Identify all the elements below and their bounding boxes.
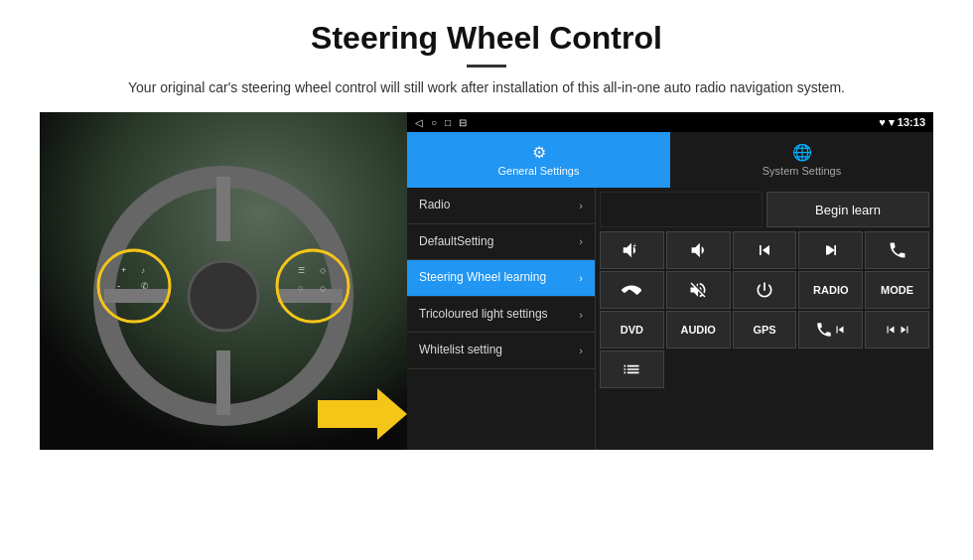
recents-icon: □ <box>445 117 451 128</box>
menu-item-tricoloured[interactable]: Tricoloured light settings › <box>407 297 595 334</box>
svg-text:+: + <box>632 241 636 250</box>
back-icon: ◁ <box>415 117 423 128</box>
tab-general-label: General Settings <box>498 165 580 177</box>
subtitle-text: Your original car's steering wheel contr… <box>40 77 933 98</box>
menu-tricoloured-label: Tricoloured light settings <box>419 307 579 323</box>
list-icon-button[interactable] <box>600 350 664 388</box>
svg-text:◇: ◇ <box>320 284 327 293</box>
begin-learn-row: Begin learn <box>600 192 929 227</box>
begin-learn-button[interactable]: Begin learn <box>766 192 929 227</box>
chevron-right-icon: › <box>579 272 583 284</box>
dvd-button[interactable]: DVD <box>600 311 664 349</box>
menu-steering-label: Steering Wheel learning <box>419 270 579 286</box>
menu-icon: ⊟ <box>459 117 467 128</box>
menu-item-radio[interactable]: Radio › <box>407 188 595 224</box>
radio-button[interactable]: RADIO <box>798 271 863 309</box>
page-header: Steering Wheel Control <box>40 20 933 68</box>
svg-text:○: ○ <box>298 283 303 293</box>
main-area: Radio › DefaultSetting › Steering Wheel … <box>407 188 933 450</box>
hang-up-button[interactable] <box>600 271 664 309</box>
steering-wheel-panel: + ♪ - ✆ ☰ ◇ ○ ◇ <box>40 112 407 450</box>
chevron-right-icon: › <box>579 200 583 211</box>
page-title: Steering Wheel Control <box>40 20 933 57</box>
svg-point-6 <box>189 261 258 331</box>
svg-text:☰: ☰ <box>298 266 305 275</box>
tab-system-label: System Settings <box>763 165 841 177</box>
mute-button[interactable] <box>666 271 731 309</box>
svg-text:♪: ♪ <box>141 266 145 275</box>
status-right: ♥ ▾ 13:13 <box>879 116 925 129</box>
menu-item-steering[interactable]: Steering Wheel learning › <box>407 260 595 297</box>
tab-system-settings[interactable]: 🌐 System Settings <box>670 132 933 188</box>
control-row-4 <box>600 350 929 388</box>
tab-general-settings[interactable]: ⚙ General Settings <box>407 132 670 188</box>
menu-item-whitelist[interactable]: Whitelist setting › <box>407 333 595 369</box>
content-row: + ♪ - ✆ ☰ ◇ ○ ◇ ◁ ○ <box>40 112 933 450</box>
power-button[interactable] <box>733 271 797 309</box>
volume-up-button[interactable]: + <box>600 231 664 269</box>
control-row-3: DVD AUDIO GPS <box>600 311 929 349</box>
page-container: Steering Wheel Control Your original car… <box>0 0 973 460</box>
gps-button[interactable]: GPS <box>733 311 797 349</box>
svg-text:✆: ✆ <box>141 281 149 291</box>
svg-text:-: - <box>117 280 120 291</box>
status-bar: ◁ ○ □ ⊟ ♥ ▾ 13:13 <box>407 112 933 132</box>
control-row-1: + <box>600 231 929 269</box>
gear-icon: ⚙ <box>532 143 546 162</box>
menu-item-default[interactable]: DefaultSetting › <box>407 224 595 261</box>
steering-bg: + ♪ - ✆ ☰ ◇ ○ ◇ <box>40 112 407 450</box>
phone-button[interactable] <box>865 231 929 269</box>
right-content: Begin learn + <box>596 188 933 450</box>
phone-prev-button[interactable] <box>798 311 863 349</box>
control-row-2: RADIO MODE <box>600 271 929 309</box>
prev-track-button[interactable] <box>733 231 797 269</box>
clock: 13:13 <box>898 116 925 128</box>
android-panel: ◁ ○ □ ⊟ ♥ ▾ 13:13 ⚙ General Settings 🌐 <box>407 112 933 450</box>
home-icon: ○ <box>431 117 437 128</box>
signal-icons: ♥ ▾ <box>879 116 898 128</box>
svg-text:◇: ◇ <box>320 266 327 275</box>
chevron-right-icon: › <box>579 345 583 356</box>
chevron-right-icon: › <box>579 235 583 247</box>
prev-next-combo-button[interactable] <box>865 311 929 349</box>
globe-icon: 🌐 <box>792 143 812 162</box>
menu-radio-label: Radio <box>419 198 579 213</box>
menu-whitelist-label: Whitelist setting <box>419 343 579 358</box>
empty-placeholder <box>600 192 763 227</box>
tab-bar: ⚙ General Settings 🌐 System Settings <box>407 132 933 188</box>
volume-down-button[interactable] <box>666 231 731 269</box>
chevron-right-icon: › <box>579 309 583 321</box>
status-nav-icons: ◁ ○ □ ⊟ <box>415 117 467 128</box>
mode-button[interactable]: MODE <box>865 271 929 309</box>
title-divider <box>467 65 506 68</box>
left-menu: Radio › DefaultSetting › Steering Wheel … <box>407 188 596 450</box>
next-track-button[interactable] <box>798 231 863 269</box>
menu-default-label: DefaultSetting <box>419 234 579 250</box>
audio-button[interactable]: AUDIO <box>666 311 731 349</box>
svg-text:+: + <box>121 265 126 275</box>
